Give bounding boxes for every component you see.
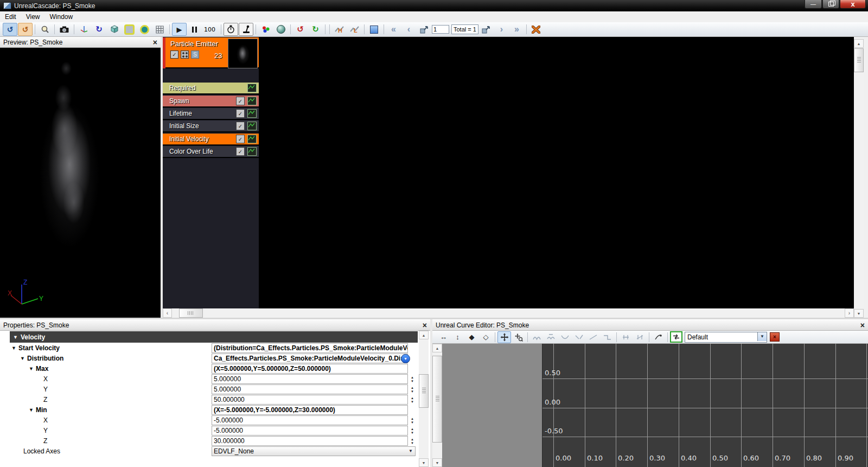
- tangent-constant-button[interactable]: [601, 331, 614, 343]
- module-checkbox[interactable]: ✓: [236, 147, 245, 156]
- properties-close-icon[interactable]: ×: [423, 322, 427, 329]
- scroll-up-button[interactable]: ▲: [432, 344, 442, 352]
- scroll-left-button[interactable]: ‹: [163, 308, 172, 318]
- curve-list-panel[interactable]: [442, 344, 542, 467]
- menu-view[interactable]: View: [21, 11, 45, 22]
- scroll-up-button[interactable]: ▲: [419, 331, 429, 339]
- bounds-toggle-button[interactable]: [122, 23, 137, 36]
- preview-viewport[interactable]: Z Y X: [0, 48, 161, 318]
- module-initial-velocity[interactable]: Initial Velocity ✓: [163, 134, 259, 146]
- higher-lod-button[interactable]: ›: [494, 23, 509, 36]
- loop-button[interactable]: [224, 23, 238, 36]
- module-checkbox[interactable]: ✓: [236, 135, 245, 143]
- save-thumbnail-button[interactable]: [37, 23, 52, 36]
- tangent-user-button[interactable]: [558, 331, 572, 343]
- scroll-right-button[interactable]: ›: [845, 308, 854, 318]
- menu-edit[interactable]: Edit: [0, 11, 21, 22]
- property-value[interactable]: 5.000000: [212, 374, 408, 384]
- jump-lowest-lod-button[interactable]: «: [386, 23, 401, 36]
- value-spinner[interactable]: ▲▼: [409, 395, 416, 405]
- straighten-tangents-button[interactable]: [633, 331, 647, 343]
- scroll-thumb[interactable]: [432, 356, 442, 443]
- value-spinner[interactable]: ▲▼: [409, 437, 416, 446]
- property-value[interactable]: 50.000000: [212, 395, 408, 405]
- curve-graph-icon[interactable]: [247, 122, 257, 130]
- redo-button[interactable]: ↻: [308, 23, 323, 36]
- collapse-arrow-icon[interactable]: ▼: [11, 345, 16, 351]
- lod-square-button[interactable]: [367, 23, 381, 36]
- fit-vertical-button[interactable]: ↕: [451, 331, 464, 343]
- curve-list-scrollbar[interactable]: ▲ ▼: [432, 344, 442, 467]
- scroll-thumb[interactable]: [419, 374, 429, 408]
- emitter-thumbnail[interactable]: [228, 39, 258, 68]
- pan-mode-button[interactable]: [497, 331, 511, 343]
- value-spinner[interactable]: ▲▼: [409, 375, 416, 384]
- emitter-type-button[interactable]: S: [191, 51, 199, 59]
- motion-toggle-button[interactable]: ↻: [92, 23, 106, 36]
- screenshot-button[interactable]: [57, 23, 72, 36]
- post-process-button[interactable]: [137, 23, 152, 36]
- property-value[interactable]: 5.000000: [212, 384, 408, 394]
- scroll-down-button[interactable]: ▼: [432, 458, 442, 467]
- tangent-linear-button[interactable]: [586, 331, 600, 343]
- delete-tab-button[interactable]: ×: [770, 332, 780, 342]
- zoom-mode-button[interactable]: [512, 331, 525, 343]
- toggle-wireframe-sphere-button[interactable]: [273, 23, 288, 36]
- orbit-mode-button[interactable]: [76, 23, 91, 36]
- value-spinner[interactable]: ▲▼: [409, 426, 416, 436]
- property-value[interactable]: -5.000000: [212, 426, 408, 436]
- show-all-curve-tangents-button[interactable]: [652, 331, 665, 343]
- lod-current-input[interactable]: [432, 25, 449, 34]
- value-spinner[interactable]: ▲▼: [409, 416, 416, 425]
- emitter-header[interactable]: Particle Emitter ✓ S 23: [163, 37, 259, 68]
- fit-all-button[interactable]: ◆: [465, 331, 478, 343]
- preview-header[interactable]: Preview: PS_Smoke ×: [0, 37, 161, 48]
- collapse-arrow-icon[interactable]: ▼: [20, 356, 25, 361]
- module-color-over-life[interactable]: Color Over Life ✓: [163, 146, 259, 158]
- grid-toggle-button[interactable]: [152, 23, 167, 36]
- fit-horizontal-button[interactable]: ↔: [437, 331, 450, 343]
- curve-grid[interactable]: 0.50 0.00 -0.50 0.00 0.10 0.20 0.30 0.40…: [542, 344, 868, 467]
- realtime-button[interactable]: [239, 23, 253, 36]
- preview-close-icon[interactable]: ×: [153, 39, 157, 46]
- pause-button[interactable]: [187, 23, 202, 36]
- close-button[interactable]: x: [840, 0, 866, 9]
- module-required[interactable]: Required: [163, 83, 259, 94]
- delete-lod-button[interactable]: [529, 23, 544, 36]
- module-spawn[interactable]: Spawn ✓: [163, 96, 259, 108]
- emitter-canvas[interactable]: [163, 37, 854, 308]
- scroll-up-button[interactable]: ▲: [854, 39, 864, 48]
- emitter-render-mode-button[interactable]: [181, 51, 189, 59]
- lower-lod-button[interactable]: ‹: [401, 23, 416, 36]
- curve-editor-header[interactable]: Unreal Curve Editor: PS_Smoke ×: [432, 319, 868, 331]
- property-value[interactable]: -5.000000: [212, 415, 408, 425]
- property-value[interactable]: (X=-5.000000,Y=-5.000000,Z=30.000000): [212, 405, 408, 415]
- curve-editor-close-icon[interactable]: ×: [860, 322, 865, 329]
- menu-window[interactable]: Window: [44, 11, 78, 22]
- scroll-down-button[interactable]: ▼: [854, 309, 864, 318]
- emitter-hscrollbar[interactable]: ‹ ›: [163, 308, 854, 318]
- curve-graph-icon[interactable]: [247, 84, 257, 92]
- curve-graph-icon[interactable]: [247, 147, 257, 156]
- properties-header[interactable]: Properties: PS_Smoke ×: [0, 319, 430, 331]
- module-checkbox[interactable]: ✓: [236, 122, 245, 130]
- restore-button[interactable]: [822, 0, 839, 9]
- curve-graph-icon[interactable]: [247, 135, 257, 143]
- regenerate-lod-lowest-button[interactable]: L: [347, 23, 362, 36]
- restart-level-button[interactable]: ↺: [18, 23, 33, 36]
- properties-scrollbar[interactable]: ▲ ▼: [419, 331, 429, 467]
- hscroll-thumb[interactable]: [179, 308, 203, 318]
- value-spinner[interactable]: ▲▼: [409, 385, 416, 394]
- collapse-arrow-icon[interactable]: ▼: [29, 407, 34, 413]
- title-bar[interactable]: UnrealCascade: PS_Smoke — x: [0, 0, 868, 11]
- curve-graph-icon[interactable]: [247, 97, 257, 105]
- module-lifetime[interactable]: Lifetime ✓: [163, 108, 259, 120]
- object-picker-button[interactable]: ▼: [401, 354, 410, 363]
- flatten-tangents-button[interactable]: [619, 331, 633, 343]
- minimize-button[interactable]: —: [805, 0, 822, 9]
- locked-axes-dropdown[interactable]: EDVLF_None ▼: [212, 446, 416, 456]
- emitter-vscrollbar[interactable]: ▲ ▼: [854, 37, 864, 318]
- fit-selected-button[interactable]: ◇: [479, 331, 493, 343]
- restart-sim-button[interactable]: ↺: [3, 23, 17, 36]
- module-initial-size[interactable]: Initial Size ✓: [163, 121, 259, 132]
